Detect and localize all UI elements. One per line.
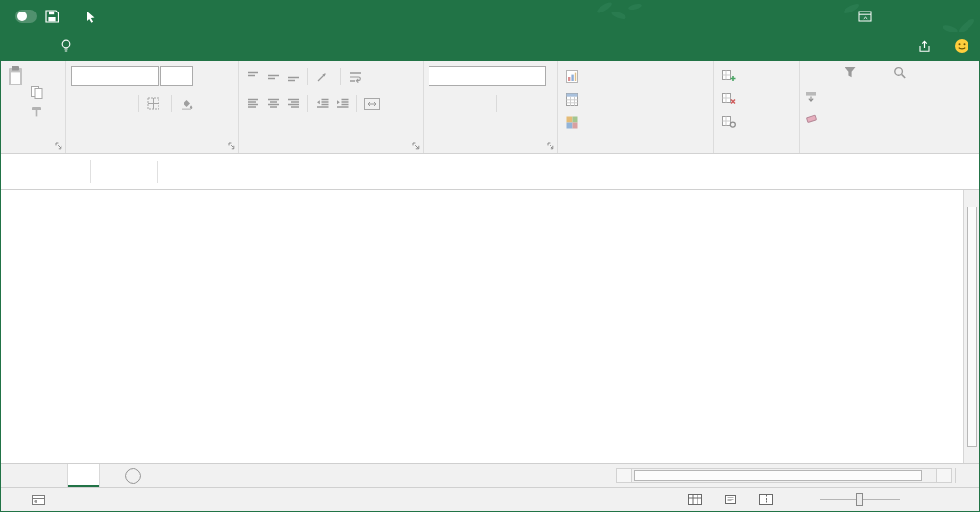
tab-split-arrow-icon[interactable]: [959, 468, 975, 483]
cell-styles-button[interactable]: [563, 110, 708, 134]
ribbon-display-options-button[interactable]: [848, 1, 881, 32]
ribbon-display-options-icon: [858, 10, 872, 23]
decrease-indent-button[interactable]: [313, 94, 331, 113]
styles-group: [558, 61, 714, 153]
top-align-icon: [247, 71, 259, 82]
conditional-formatting-button[interactable]: [563, 64, 708, 87]
save-button[interactable]: [45, 10, 59, 23]
feedback-smiley-icon[interactable]: [954, 32, 969, 61]
insert-cells-icon: [722, 70, 736, 83]
align-center-button[interactable]: [264, 94, 282, 113]
autosum-button[interactable]: [805, 64, 822, 85]
lightbulb-icon: [61, 39, 72, 53]
share-button[interactable]: [919, 32, 937, 61]
format-painter-button[interactable]: [31, 104, 43, 118]
decrease-decimal-button[interactable]: [522, 94, 540, 113]
comma-style-button[interactable]: [473, 94, 491, 113]
cells-group: [714, 61, 800, 153]
tab-file[interactable]: [1, 32, 36, 61]
fill-button[interactable]: [805, 86, 822, 107]
orientation-icon: [316, 70, 329, 83]
decrease-indent-icon: [316, 98, 329, 109]
scroll-left-button[interactable]: [616, 468, 632, 483]
format-as-table-button[interactable]: [563, 87, 708, 110]
alignment-dialog-launcher[interactable]: [412, 142, 420, 150]
middle-align-button[interactable]: [264, 67, 282, 86]
font-color-button[interactable]: [201, 94, 219, 113]
format-cells-button[interactable]: [719, 110, 795, 134]
titlebar-right: [835, 1, 979, 32]
clipboard-small-buttons: [31, 65, 43, 118]
maximize-button[interactable]: [914, 1, 946, 32]
zoom-slider-thumb[interactable]: [856, 493, 863, 506]
tell-me-box[interactable]: [61, 32, 78, 61]
paste-button[interactable]: [6, 65, 25, 118]
magnifier-icon: [894, 66, 907, 79]
close-button[interactable]: [946, 1, 979, 32]
fill-down-icon: [805, 91, 817, 103]
copy-button[interactable]: [31, 85, 43, 100]
macro-record-icon[interactable]: [32, 495, 45, 505]
increase-indent-button[interactable]: [333, 94, 352, 113]
align-center-icon: [267, 98, 280, 109]
excel-window: [0, 0, 980, 512]
increase-indent-icon: [336, 98, 349, 109]
increase-font-size-button[interactable]: [195, 67, 213, 86]
sheet-tab-common-hello[interactable]: [67, 464, 100, 487]
page-layout-view-button[interactable]: [723, 494, 738, 505]
clear-button[interactable]: [805, 109, 822, 129]
ribbon-tab-bar: [1, 32, 979, 61]
increase-decimal-button[interactable]: [502, 94, 520, 113]
vertical-scrollbar[interactable]: [963, 190, 979, 463]
new-sheet-button[interactable]: [125, 468, 141, 484]
top-align-button[interactable]: [244, 67, 262, 86]
cut-button[interactable]: [31, 67, 43, 82]
ribbon: [1, 61, 979, 154]
cursor-icon: [86, 11, 97, 23]
horizontal-scroll-thumb[interactable]: [634, 470, 922, 481]
sort-filter-button[interactable]: [827, 64, 872, 129]
delete-cells-button[interactable]: [719, 87, 795, 110]
vertical-scroll-thumb[interactable]: [967, 207, 977, 447]
minimize-button[interactable]: [881, 1, 914, 32]
name-box[interactable]: [3, 160, 91, 183]
percent-style-button[interactable]: [453, 94, 471, 113]
borders-button[interactable]: [144, 94, 162, 113]
font-dialog-launcher[interactable]: [228, 142, 235, 150]
page-break-view-button[interactable]: [759, 494, 773, 505]
accounting-format-button[interactable]: [429, 94, 447, 113]
find-select-button[interactable]: [877, 64, 922, 129]
decrease-font-size-button[interactable]: [215, 67, 233, 86]
insert-cells-button[interactable]: [719, 64, 795, 87]
number-format-select[interactable]: [429, 66, 546, 86]
bottom-align-button[interactable]: [284, 67, 303, 86]
merge-center-button[interactable]: [362, 94, 380, 113]
borders-icon: [147, 97, 159, 110]
sort-filter-icon: [844, 66, 857, 79]
zoom-slider[interactable]: [820, 499, 900, 500]
touch-mouse-mode-button[interactable]: [86, 11, 98, 23]
wrap-text-button[interactable]: [346, 67, 364, 86]
fill-color-button[interactable]: [177, 94, 195, 113]
autosave-toggle[interactable]: [11, 10, 37, 23]
title-bar: [1, 1, 979, 32]
horizontal-scroll-track[interactable]: [632, 468, 936, 483]
underline-button[interactable]: [111, 94, 130, 113]
font-name-select[interactable]: [71, 66, 159, 86]
orientation-button[interactable]: [313, 67, 331, 86]
fill-color-icon: [180, 97, 193, 110]
delete-cells-icon: [722, 93, 736, 106]
format-painter-icon: [31, 106, 42, 117]
align-right-button[interactable]: [284, 94, 303, 113]
normal-view-button[interactable]: [688, 494, 702, 505]
align-left-button[interactable]: [244, 94, 262, 113]
number-dialog-launcher[interactable]: [547, 142, 554, 150]
font-size-select[interactable]: [160, 66, 193, 86]
format-as-table-icon: [566, 93, 578, 106]
align-left-icon: [247, 98, 259, 109]
clipboard-dialog-launcher[interactable]: [55, 142, 62, 150]
eraser-icon: [805, 113, 819, 124]
italic-button[interactable]: [91, 94, 110, 113]
bold-button[interactable]: [71, 94, 89, 113]
scroll-right-button[interactable]: [936, 468, 952, 483]
